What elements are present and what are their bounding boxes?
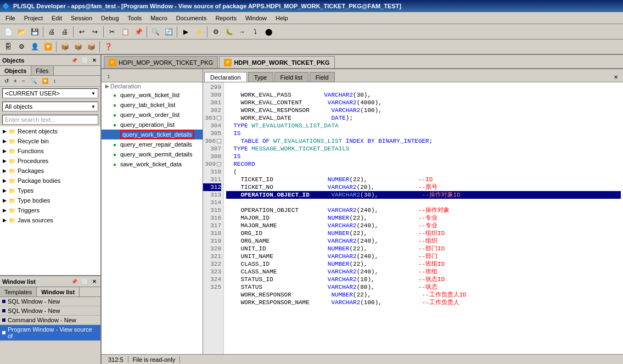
menu-macro[interactable]: Macro xyxy=(146,14,172,23)
menu-documents[interactable]: Documents xyxy=(172,14,211,23)
obj-sort-btn[interactable]: ↕ xyxy=(51,77,58,85)
debug-button[interactable]: 🐛 xyxy=(223,26,235,38)
tree-packages[interactable]: ▶ 📁 Packages xyxy=(0,166,100,176)
proc-declaration[interactable]: ▶ Declaration xyxy=(102,82,203,90)
save-button[interactable]: 💾 xyxy=(29,26,41,38)
menu-window[interactable]: Window xyxy=(241,14,271,23)
object2-btn[interactable]: 📦 xyxy=(72,41,84,53)
run2-button[interactable]: ⚡ xyxy=(193,26,205,38)
proc-qol[interactable]: ● query_operation_list xyxy=(102,120,203,130)
tree-type-bodies[interactable]: ▶ 📁 Type bodies xyxy=(0,195,100,205)
menu-debug[interactable]: Debug xyxy=(97,14,123,23)
tree-toggle-packages[interactable]: ▶ xyxy=(1,167,8,174)
proc-qwpd[interactable]: ● query_work_permit_details xyxy=(102,149,203,159)
panel-float-btn[interactable]: ⬜ xyxy=(80,57,89,64)
user-button[interactable]: 👤 xyxy=(29,41,41,53)
tab-files[interactable]: Files xyxy=(31,66,53,75)
redo-button[interactable]: ↪ xyxy=(89,26,101,38)
proc-qttl[interactable]: ● query_tab_ticket_list xyxy=(102,100,203,110)
wl-close-btn[interactable]: ✕ xyxy=(91,278,98,285)
menu-session[interactable]: Session xyxy=(66,14,97,23)
proc-qwtd[interactable]: ● query_work_ticket_details xyxy=(102,130,203,139)
obj-filter-btn[interactable]: 🔽 xyxy=(40,77,50,85)
settings-button[interactable]: ⚙ xyxy=(15,41,27,53)
proc-qerd[interactable]: ● query_emer_repair_details xyxy=(102,139,203,149)
print2-button[interactable]: 🖨 xyxy=(59,26,71,38)
replace-button[interactable]: 🔄 xyxy=(162,26,175,38)
tree-toggle-type-bodies[interactable]: ▶ xyxy=(1,197,8,204)
win-tab-2[interactable]: P HDPI_MOP_WORK_TICKET_PKG xyxy=(219,56,334,68)
obj-search-btn[interactable]: 🔍 xyxy=(28,77,39,85)
proc-decl-toggle[interactable]: ▶ xyxy=(104,83,110,89)
tree-toggle-recent[interactable]: ▶ xyxy=(1,128,8,135)
code-content[interactable]: WORK_EVAL_PASS VARCHAR2(30), WORK_EVAL_C… xyxy=(224,82,623,354)
tree-toggle-types[interactable]: ▶ xyxy=(1,187,8,194)
menu-reports[interactable]: Reports xyxy=(211,14,241,23)
object-btn[interactable]: 📦 xyxy=(59,41,71,53)
proc-qwtl[interactable]: ● query_work_ticket_list xyxy=(102,90,203,100)
wl-tab-windowlist[interactable]: Window list xyxy=(37,287,80,296)
obj-add-btn[interactable]: + xyxy=(12,77,19,85)
tree-toggle-java[interactable]: ▶ xyxy=(1,217,8,223)
panel-close-btn[interactable]: ✕ xyxy=(91,57,98,64)
open-button[interactable]: 📂 xyxy=(15,26,27,38)
collapse-306[interactable]: − xyxy=(217,139,221,143)
wl-tab-templates[interactable]: Templates xyxy=(0,287,37,296)
win-tab-1[interactable]: P HDPI_MOP_WORK_TICKET_PKG xyxy=(104,56,218,68)
user-dropdown[interactable]: <CURRENT USER> ▼ xyxy=(2,88,98,98)
close-editor-btn[interactable]: ✕ xyxy=(611,72,621,82)
proc-sort-btn[interactable]: ↕ xyxy=(104,71,114,81)
tree-java[interactable]: ▶ 📁 Java sources xyxy=(0,215,100,225)
tree-toggle-triggers[interactable]: ▶ xyxy=(1,207,8,214)
tree-functions[interactable]: ▶ 📁 Functions xyxy=(0,146,100,156)
tree-recent[interactable]: ▶ 📁 Recent objects xyxy=(0,126,100,136)
wl-item-sql1[interactable]: SQL Window - New xyxy=(0,297,100,306)
wl-item-sql2[interactable]: SQL Window - New xyxy=(0,306,100,316)
search-button[interactable]: 🔍 xyxy=(149,26,161,38)
wl-item-cmd[interactable]: Command Window - New xyxy=(0,316,100,325)
panel-pin-btn[interactable]: 📌 xyxy=(70,57,79,64)
proc-swtd[interactable]: ● save_work_ticket_data xyxy=(102,159,203,169)
menu-tools[interactable]: Tools xyxy=(124,14,147,23)
proc-qwol[interactable]: ● query_work_order_list xyxy=(102,110,203,120)
obj-minus-btn[interactable]: − xyxy=(20,77,27,85)
sub-tab-type[interactable]: Type xyxy=(248,72,273,82)
type-dropdown[interactable]: All objects ▼ xyxy=(2,102,98,111)
db-button[interactable]: 🗄 xyxy=(2,41,14,53)
breakpoint-button[interactable]: ⬤ xyxy=(262,26,274,38)
paste-button[interactable]: 📌 xyxy=(132,26,144,38)
tree-triggers[interactable]: ▶ 📁 Triggers xyxy=(0,205,100,215)
menu-project[interactable]: Project xyxy=(20,14,47,23)
tab-objects[interactable]: Objects xyxy=(0,66,31,75)
collapse-309[interactable]: − xyxy=(217,162,221,166)
tree-toggle-recycle[interactable]: ▶ xyxy=(1,138,8,144)
tree-procedures[interactable]: ▶ 📁 Procedures xyxy=(0,156,100,166)
tree-toggle-procedures[interactable]: ▶ xyxy=(1,158,8,164)
tree-toggle-pkg-bodies[interactable]: ▶ xyxy=(1,177,8,184)
undo-button[interactable]: ↩ xyxy=(76,26,88,38)
menu-file[interactable]: File xyxy=(1,14,20,23)
obj-refresh-btn[interactable]: ↺ xyxy=(2,77,11,85)
sub-tab-declaration[interactable]: Declaration xyxy=(204,72,247,82)
print-button[interactable]: 🖨 xyxy=(46,26,58,38)
copy-button[interactable]: 📋 xyxy=(119,26,131,38)
menu-help[interactable]: Help xyxy=(271,14,293,23)
tree-toggle-functions[interactable]: ▶ xyxy=(1,148,8,154)
filter-button[interactable]: 🔽 xyxy=(42,41,54,53)
menu-edit[interactable]: Edit xyxy=(47,14,66,23)
help-btn[interactable]: ❓ xyxy=(102,41,114,53)
tree-recycle[interactable]: ▶ 📁 Recycle bin xyxy=(0,136,100,146)
wl-pin-btn[interactable]: 📌 xyxy=(70,278,79,285)
object3-btn[interactable]: 📦 xyxy=(85,41,97,53)
compile-button[interactable]: ⚙ xyxy=(210,26,222,38)
sub-tab-fieldlist[interactable]: Field list xyxy=(274,72,308,82)
new-button[interactable]: 📄 xyxy=(2,26,14,38)
tree-types[interactable]: ▶ 📁 Types xyxy=(0,186,100,195)
sub-tab-field[interactable]: Field xyxy=(310,72,335,82)
step2-button[interactable]: ⤵ xyxy=(249,26,261,38)
wl-item-prog[interactable]: Program Window - View source of xyxy=(0,325,100,341)
step-button[interactable]: → xyxy=(236,26,248,38)
wl-float-btn[interactable]: ⬜ xyxy=(80,278,89,285)
cut-button[interactable]: ✂ xyxy=(106,26,118,38)
object-search-box[interactable]: Enter search text... xyxy=(2,115,98,125)
